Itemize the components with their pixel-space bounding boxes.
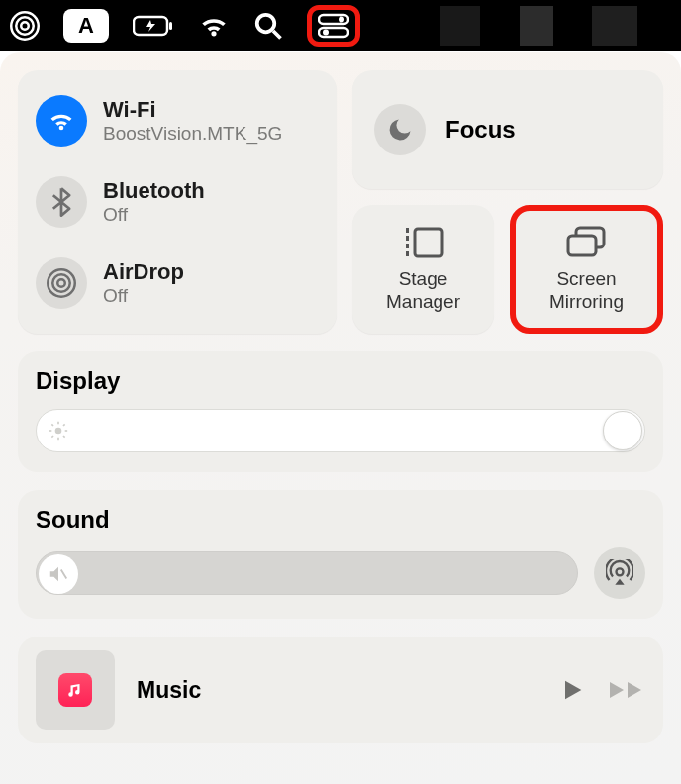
stage-manager-icon bbox=[401, 225, 446, 260]
bluetooth-title: Bluetooth bbox=[103, 178, 205, 204]
svg-point-21 bbox=[55, 428, 62, 435]
control-center-menu-icon[interactable] bbox=[307, 5, 360, 47]
svg-line-6 bbox=[273, 31, 281, 39]
sound-section[interactable]: Sound bbox=[18, 490, 663, 619]
airdrop-icon bbox=[36, 257, 87, 309]
now-playing-card[interactable]: Music bbox=[18, 637, 663, 743]
airplay-audio-button[interactable] bbox=[594, 547, 645, 599]
svg-point-8 bbox=[339, 17, 344, 23]
airdrop-toggle[interactable]: AirDrop Off bbox=[36, 257, 319, 309]
spotlight-menu-icon[interactable] bbox=[253, 11, 283, 41]
svg-line-28 bbox=[51, 436, 53, 438]
svg-rect-16 bbox=[406, 244, 409, 248]
brightness-thumb[interactable] bbox=[603, 411, 642, 450]
svg-point-31 bbox=[617, 568, 624, 575]
moon-icon bbox=[374, 104, 426, 155]
play-button[interactable] bbox=[558, 676, 586, 704]
svg-line-27 bbox=[63, 436, 65, 438]
svg-line-29 bbox=[63, 424, 65, 426]
svg-point-0 bbox=[21, 22, 29, 30]
volume-mute-icon bbox=[39, 554, 78, 594]
svg-line-26 bbox=[51, 424, 53, 426]
svg-rect-18 bbox=[415, 229, 442, 256]
menubar-obscured-area bbox=[390, 6, 671, 46]
wifi-toggle[interactable]: Wi-Fi BoostVision.MTK_5G bbox=[36, 95, 319, 147]
airdrop-title: AirDrop bbox=[103, 259, 184, 285]
svg-rect-17 bbox=[406, 251, 409, 256]
focus-label: Focus bbox=[445, 116, 516, 144]
menubar: A bbox=[0, 0, 681, 51]
control-center-panel: Wi-Fi BoostVision.MTK_5G Bluetooth Off bbox=[0, 52, 681, 784]
airplay-menu-icon[interactable] bbox=[10, 11, 40, 41]
svg-point-10 bbox=[323, 30, 329, 36]
wifi-icon bbox=[36, 95, 87, 147]
svg-rect-20 bbox=[568, 236, 596, 255]
svg-rect-15 bbox=[406, 236, 409, 241]
display-label: Display bbox=[36, 367, 645, 395]
airdrop-status: Off bbox=[103, 285, 184, 307]
screen-mirroring-label: Screen Mirroring bbox=[549, 268, 624, 314]
svg-point-12 bbox=[52, 274, 70, 292]
next-track-button[interactable] bbox=[608, 676, 645, 704]
sound-label: Sound bbox=[36, 506, 645, 534]
screen-mirroring-icon bbox=[564, 225, 610, 260]
display-section[interactable]: Display bbox=[18, 351, 663, 472]
svg-line-30 bbox=[61, 569, 67, 578]
wifi-menu-icon[interactable] bbox=[198, 13, 230, 39]
svg-point-1 bbox=[16, 17, 34, 35]
screen-mirroring-tile[interactable]: Screen Mirroring bbox=[510, 205, 663, 334]
input-source-indicator[interactable]: A bbox=[63, 9, 109, 43]
bluetooth-icon bbox=[36, 176, 87, 228]
music-artwork bbox=[36, 650, 115, 730]
focus-card[interactable]: Focus bbox=[352, 70, 663, 189]
stage-manager-label: Stage Manager bbox=[386, 268, 460, 314]
bluetooth-toggle[interactable]: Bluetooth Off bbox=[36, 176, 319, 228]
music-title: Music bbox=[137, 677, 536, 704]
svg-point-11 bbox=[57, 279, 65, 287]
brightness-slider[interactable] bbox=[36, 409, 645, 452]
battery-menu-icon[interactable] bbox=[133, 14, 174, 38]
svg-point-5 bbox=[257, 15, 275, 33]
stage-manager-tile[interactable]: Stage Manager bbox=[352, 205, 494, 334]
brightness-icon bbox=[49, 421, 68, 441]
wifi-network-name: BoostVision.MTK_5G bbox=[103, 123, 282, 145]
connectivity-card[interactable]: Wi-Fi BoostVision.MTK_5G Bluetooth Off bbox=[18, 70, 337, 334]
bluetooth-status: Off bbox=[103, 204, 205, 226]
wifi-title: Wi-Fi bbox=[103, 97, 282, 123]
music-app-icon bbox=[58, 673, 92, 707]
volume-slider[interactable] bbox=[36, 551, 578, 595]
svg-rect-14 bbox=[406, 228, 409, 233]
svg-rect-4 bbox=[169, 22, 172, 30]
